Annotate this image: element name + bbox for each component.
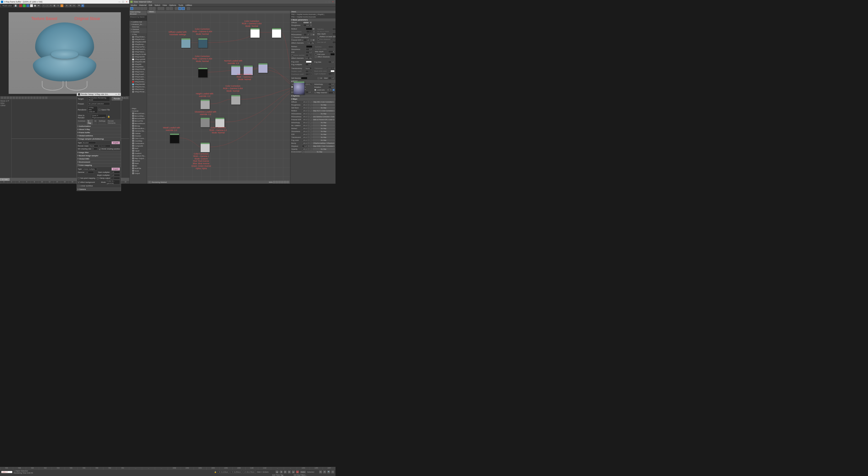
map-item[interactable]: Camera Ma... bbox=[129, 130, 147, 132]
graph-node[interactable] bbox=[170, 133, 179, 143]
maxdepth2-input[interactable]: 5 bbox=[328, 50, 335, 53]
map-amount-input[interactable]: 100,0 bbox=[302, 107, 307, 109]
region-zoom-icon[interactable] bbox=[284, 181, 286, 183]
backcol-swatch[interactable] bbox=[331, 70, 335, 72]
cat-materials[interactable]: Materials bbox=[129, 26, 147, 28]
viewport-nav-icon[interactable]: ✥ bbox=[323, 471, 326, 473]
show-map-icon[interactable] bbox=[158, 7, 161, 10]
map-item[interactable]: Combustion bbox=[129, 142, 147, 145]
minimize-button[interactable]: — bbox=[118, 0, 121, 3]
map-slot-button[interactable]: tallic to Fresnel IOR ( Color Correcti bbox=[313, 119, 335, 121]
linear-checkbox[interactable] bbox=[78, 185, 80, 187]
layout-children-icon[interactable] bbox=[170, 7, 173, 10]
eyedropper-icon[interactable] bbox=[187, 7, 190, 10]
map-enable-checkbox[interactable] bbox=[310, 104, 312, 106]
render-mask-dropdown[interactable]: None bbox=[89, 145, 98, 147]
map-slot-button[interactable]: No Map bbox=[313, 130, 335, 132]
map-item[interactable]: BerconMap... bbox=[129, 115, 147, 117]
curve-tool-icon[interactable] bbox=[45, 97, 48, 99]
map-amount-input[interactable]: 100,0 bbox=[302, 142, 307, 145]
spinner-icon[interactable] bbox=[308, 104, 309, 106]
usegloss-radio[interactable] bbox=[291, 86, 293, 88]
cat-general[interactable]: General bbox=[129, 28, 147, 31]
lib-amazon[interactable]: Amazon_Ec... bbox=[129, 23, 147, 26]
map-slot-button[interactable]: Map #117 ( Color Correction ) bbox=[313, 110, 335, 112]
view-dropdown[interactable]: Quad 4 - PhysCamera001 bbox=[91, 114, 106, 119]
map-slot-button[interactable]: No Map bbox=[313, 139, 335, 141]
spinner-icon[interactable] bbox=[308, 119, 309, 121]
graph-node[interactable] bbox=[181, 38, 191, 48]
layout-all-icon[interactable] bbox=[166, 7, 169, 10]
map-slot-button[interactable]: VRayNormalMap ( VRayNormalMap ) bbox=[313, 142, 335, 144]
spinner-icon[interactable] bbox=[308, 145, 309, 147]
rollout-global-switches[interactable]: Global switches bbox=[77, 134, 121, 137]
view-tab[interactable]: View1 bbox=[147, 10, 156, 13]
lock-icon[interactable]: 🔒 bbox=[214, 471, 216, 473]
pick-tool-icon[interactable] bbox=[134, 7, 137, 10]
material-item[interactable]: VRayScann... bbox=[129, 76, 147, 78]
map-amount-input[interactable]: 100,0 bbox=[302, 113, 307, 115]
material-item[interactable]: VRayGLSLMtl bbox=[129, 53, 147, 56]
move-children-icon[interactable] bbox=[149, 7, 152, 10]
graph-node[interactable] bbox=[293, 81, 305, 95]
map-slot-button[interactable]: ess Gamma Correction ( Color Corre bbox=[313, 116, 335, 118]
material-item[interactable]: VRay2Sided... bbox=[129, 36, 147, 38]
coord-z[interactable]: Z: 63,176cm bbox=[243, 471, 255, 474]
map-slot-button[interactable]: No Map bbox=[313, 104, 335, 106]
map-item[interactable]: Dent bbox=[129, 147, 147, 150]
graph-node[interactable] bbox=[258, 63, 268, 73]
gtrtail-input[interactable]: 2,0 bbox=[305, 91, 312, 93]
map-amount-input[interactable]: 100,0 bbox=[302, 130, 307, 133]
map-enable-checkbox[interactable] bbox=[310, 125, 312, 126]
trash-icon[interactable] bbox=[144, 7, 147, 10]
map-enable-checkbox[interactable] bbox=[310, 122, 312, 124]
spinner-icon[interactable] bbox=[308, 130, 309, 132]
copy-icon[interactable]: ⧉ bbox=[69, 4, 72, 7]
next-frame-icon[interactable]: ▶ bbox=[288, 471, 290, 473]
delete-icon[interactable] bbox=[141, 7, 144, 10]
rollout-image-sampler[interactable]: Image sampler (Antialiasing) bbox=[77, 137, 121, 140]
rgloss-input[interactable]: 1,0 bbox=[304, 33, 310, 36]
breadcrumb[interactable]: PNG > VrayMat inverted Automatic bbox=[290, 16, 336, 18]
map-item[interactable]: Gradient Ra... bbox=[129, 155, 147, 157]
minimize-button[interactable]: — bbox=[324, 0, 327, 3]
viewport-nav-icon[interactable]: ⊞ bbox=[319, 471, 322, 473]
map-item[interactable]: Map Output... bbox=[129, 157, 147, 160]
goto-end-icon[interactable]: ⏭ bbox=[292, 471, 295, 473]
sampler-type-dropdown[interactable]: Bucket bbox=[82, 142, 96, 144]
dark-mult-input[interactable]: 1,0 bbox=[111, 171, 120, 174]
map-item[interactable]: Mix bbox=[129, 165, 147, 167]
rollout-image-filter[interactable]: Image filter bbox=[77, 151, 121, 154]
viewport-nav-icon[interactable]: 🔍 bbox=[327, 471, 330, 473]
spinner-icon[interactable] bbox=[308, 122, 309, 124]
rollout-framebuffer[interactable]: Frame buffer bbox=[77, 131, 121, 134]
select-tool-icon[interactable] bbox=[130, 7, 133, 10]
zoom-tool-icon[interactable] bbox=[273, 181, 275, 183]
target-dropdown[interactable]: Production Rendering Mode bbox=[88, 96, 110, 101]
axis-y[interactable]: Y bbox=[330, 89, 332, 91]
mode-dropdown[interactable]: Color m... gamma) bbox=[106, 180, 120, 184]
graph-node[interactable] bbox=[198, 67, 208, 78]
assign-icon[interactable] bbox=[137, 7, 140, 10]
backside-checkbox[interactable] bbox=[317, 36, 319, 38]
swap-icon[interactable]: ⇄ bbox=[37, 4, 40, 7]
close-button[interactable]: ✕ bbox=[125, 0, 128, 3]
section-maps[interactable]: Maps bbox=[290, 97, 336, 100]
autokey-button[interactable]: Auto bbox=[300, 471, 306, 473]
map-item[interactable]: Gradient bbox=[129, 152, 147, 155]
section-basic[interactable]: Basic parameters bbox=[290, 18, 336, 21]
mult-input[interactable]: 1,0 bbox=[328, 77, 335, 79]
levels-icon[interactable]: ↕ bbox=[46, 4, 49, 7]
fresnelIOR-input[interactable]: 1,6 bbox=[304, 39, 310, 41]
graph-node[interactable] bbox=[231, 95, 241, 105]
min-shading-input[interactable]: 6 bbox=[92, 148, 97, 150]
map-amount-input[interactable]: 100,0 bbox=[302, 121, 307, 124]
refract-swatch[interactable] bbox=[306, 46, 312, 48]
material-item[interactable]: VRayOverri... bbox=[129, 70, 147, 73]
prev-frame-icon[interactable]: ◀ bbox=[280, 471, 282, 473]
tree-item[interactable]: Move 2 P bbox=[0, 100, 11, 102]
map-enable-checkbox[interactable] bbox=[310, 133, 312, 136]
map-item[interactable]: MultiTile bbox=[129, 167, 147, 170]
menu-material[interactable]: Material bbox=[139, 4, 147, 6]
green-channel-icon[interactable] bbox=[23, 4, 26, 7]
